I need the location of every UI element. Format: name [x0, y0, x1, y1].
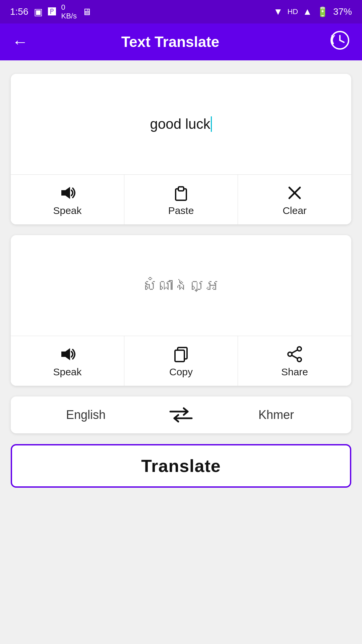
clear-label: Clear [283, 205, 307, 216]
header: ← Text Translate [0, 23, 362, 60]
translate-label: Translate [141, 456, 221, 476]
history-button[interactable] [330, 30, 350, 54]
monitor-icon: 🖥 [82, 6, 92, 17]
output-text: សំណាងល្អ [142, 276, 220, 294]
copy-label: Copy [169, 366, 193, 378]
svg-line-2 [340, 40, 344, 42]
signal-icon: ▲ [303, 6, 312, 17]
time: 1:56 [10, 6, 28, 17]
data-icon: 0KB/s [61, 3, 77, 20]
back-button[interactable]: ← [12, 34, 28, 50]
status-right: ▼ HD ▲ 🔋 37% [274, 6, 352, 17]
share-label: Share [281, 366, 308, 378]
source-language-button[interactable]: English [11, 396, 161, 433]
paste-label: Paste [168, 205, 194, 216]
svg-line-15 [292, 355, 298, 359]
status-bar: 1:56 ▣ 🅿 0KB/s 🖥 ▼ HD ▲ 🔋 37% [0, 0, 362, 23]
output-action-row: Speak Copy Share [11, 336, 351, 386]
output-card: សំណាងល្អ Speak Copy [11, 235, 351, 386]
paste-button[interactable]: Paste [124, 175, 238, 224]
svg-marker-3 [61, 187, 70, 199]
share-icon [286, 345, 303, 363]
speak-output-icon [59, 345, 76, 363]
target-language-label: Khmer [258, 408, 294, 422]
input-text: good luck [150, 116, 210, 132]
status-left: 1:56 ▣ 🅿 0KB/s 🖥 [10, 3, 92, 20]
copy-icon [172, 345, 190, 363]
svg-rect-5 [178, 187, 184, 191]
svg-line-14 [292, 350, 298, 353]
speak-input-label: Speak [53, 205, 81, 216]
output-text-area: សំណាងល្អ [11, 235, 351, 336]
input-text-area[interactable]: good luck [11, 74, 351, 174]
translate-button[interactable]: Translate [11, 444, 351, 488]
input-action-row: Speak Paste Clear [11, 174, 351, 224]
speak-output-button[interactable]: Speak [11, 336, 124, 386]
main-content: good luck Speak Paste [0, 60, 362, 501]
language-row: English Khmer [11, 396, 351, 433]
battery-icon: 🔋 [317, 6, 328, 17]
speak-input-button[interactable]: Speak [11, 175, 124, 224]
screen-icon: ▣ [34, 6, 43, 17]
copy-button[interactable]: Copy [124, 336, 238, 386]
input-card: good luck Speak Paste [11, 74, 351, 224]
share-button[interactable]: Share [238, 336, 351, 386]
svg-rect-10 [175, 350, 184, 362]
page-title: Text Translate [38, 34, 303, 50]
speak-icon [59, 184, 76, 202]
paste-icon [172, 184, 190, 202]
battery-percent: 37% [333, 6, 352, 17]
text-cursor [211, 116, 212, 132]
hd-icon: HD [287, 7, 298, 16]
svg-marker-8 [61, 348, 70, 360]
swap-language-button[interactable] [161, 407, 201, 423]
wifi-icon: ▼ [274, 6, 283, 17]
parking-icon: 🅿 [48, 7, 56, 16]
clear-icon [286, 184, 303, 202]
target-language-button[interactable]: Khmer [201, 396, 351, 433]
speak-output-label: Speak [53, 366, 81, 378]
clear-button[interactable]: Clear [238, 175, 351, 224]
source-language-label: English [66, 408, 106, 422]
